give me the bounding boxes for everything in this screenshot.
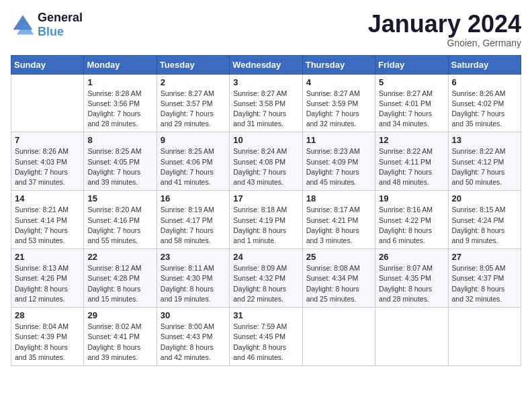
calendar-header: SundayMondayTuesdayWednesdayThursdayFrid… — [11, 55, 521, 74]
day-info: Sunrise: 8:08 AMSunset: 4:34 PMDaylight:… — [306, 263, 371, 304]
day-header-saturday: Saturday — [448, 55, 521, 74]
day-info: Sunrise: 8:07 AMSunset: 4:35 PMDaylight:… — [379, 263, 444, 304]
day-number: 13 — [452, 135, 517, 145]
calendar-cell: 6 Sunrise: 8:26 AMSunset: 4:02 PMDayligh… — [448, 74, 521, 132]
calendar-table: SundayMondayTuesdayWednesdayThursdayFrid… — [11, 55, 521, 366]
day-number: 5 — [379, 77, 444, 87]
day-header-wednesday: Wednesday — [230, 55, 302, 74]
calendar-cell: 25 Sunrise: 8:08 AMSunset: 4:34 PMDaylig… — [302, 249, 375, 308]
calendar-cell: 2 Sunrise: 8:27 AMSunset: 3:57 PMDayligh… — [157, 74, 229, 132]
day-number: 27 — [452, 252, 517, 262]
calendar-cell: 15 Sunrise: 8:20 AMSunset: 4:16 PMDaylig… — [84, 191, 157, 249]
day-number: 2 — [161, 77, 226, 87]
month-title: January 2024 — [368, 11, 521, 38]
day-info: Sunrise: 8:18 AMSunset: 4:19 PMDaylight:… — [233, 205, 298, 246]
day-number: 20 — [452, 193, 517, 203]
day-number: 8 — [87, 135, 152, 145]
day-number: 9 — [161, 135, 226, 145]
day-number: 17 — [233, 193, 298, 203]
calendar-cell — [302, 308, 375, 366]
day-info: Sunrise: 8:15 AMSunset: 4:24 PMDaylight:… — [452, 205, 517, 246]
calendar-cell: 12 Sunrise: 8:22 AMSunset: 4:11 PMDaylig… — [375, 132, 448, 191]
day-number: 3 — [233, 77, 298, 87]
calendar-cell: 3 Sunrise: 8:27 AMSunset: 3:58 PMDayligh… — [230, 74, 302, 132]
calendar-cell: 23 Sunrise: 8:11 AMSunset: 4:30 PMDaylig… — [157, 249, 229, 308]
day-info: Sunrise: 8:09 AMSunset: 4:32 PMDaylight:… — [233, 263, 298, 304]
day-info: Sunrise: 8:05 AMSunset: 4:37 PMDaylight:… — [452, 263, 517, 304]
calendar-week-4: 21 Sunrise: 8:13 AMSunset: 4:26 PMDaylig… — [11, 249, 521, 308]
calendar-cell — [448, 308, 521, 366]
day-info: Sunrise: 8:04 AMSunset: 4:39 PMDaylight:… — [15, 322, 80, 363]
day-info: Sunrise: 7:59 AMSunset: 4:45 PMDaylight:… — [233, 322, 298, 363]
day-info: Sunrise: 8:28 AMSunset: 3:56 PMDaylight:… — [87, 89, 152, 130]
day-number: 23 — [161, 252, 226, 262]
calendar-cell: 4 Sunrise: 8:27 AMSunset: 3:59 PMDayligh… — [302, 74, 375, 132]
day-number: 24 — [233, 252, 298, 262]
calendar-cell: 24 Sunrise: 8:09 AMSunset: 4:32 PMDaylig… — [230, 249, 302, 308]
logo-icon — [11, 13, 35, 37]
calendar-cell: 31 Sunrise: 7:59 AMSunset: 4:45 PMDaylig… — [230, 308, 302, 366]
day-info: Sunrise: 8:21 AMSunset: 4:14 PMDaylight:… — [15, 205, 80, 246]
calendar-cell: 14 Sunrise: 8:21 AMSunset: 4:14 PMDaylig… — [11, 191, 84, 249]
day-info: Sunrise: 8:11 AMSunset: 4:30 PMDaylight:… — [161, 263, 226, 304]
calendar-cell — [375, 308, 448, 366]
day-header-thursday: Thursday — [302, 55, 375, 74]
day-info: Sunrise: 8:26 AMSunset: 4:02 PMDaylight:… — [452, 89, 517, 130]
calendar-cell: 28 Sunrise: 8:04 AMSunset: 4:39 PMDaylig… — [11, 308, 84, 366]
title-block: January 2024 Gnoien, Germany — [368, 11, 521, 48]
calendar-cell: 8 Sunrise: 8:25 AMSunset: 4:05 PMDayligh… — [84, 132, 157, 191]
day-number: 4 — [306, 77, 371, 87]
calendar-cell: 18 Sunrise: 8:17 AMSunset: 4:21 PMDaylig… — [302, 191, 375, 249]
calendar-week-3: 14 Sunrise: 8:21 AMSunset: 4:14 PMDaylig… — [11, 191, 521, 249]
calendar-cell: 20 Sunrise: 8:15 AMSunset: 4:24 PMDaylig… — [448, 191, 521, 249]
day-info: Sunrise: 8:23 AMSunset: 4:09 PMDaylight:… — [306, 146, 371, 187]
day-number: 6 — [452, 77, 517, 87]
logo-text: General Blue — [38, 11, 83, 39]
day-info: Sunrise: 8:17 AMSunset: 4:21 PMDaylight:… — [306, 205, 371, 246]
day-number: 30 — [161, 310, 226, 320]
day-number: 28 — [15, 310, 80, 320]
day-number: 11 — [306, 135, 371, 145]
calendar-cell: 30 Sunrise: 8:00 AMSunset: 4:43 PMDaylig… — [157, 308, 229, 366]
calendar-cell: 11 Sunrise: 8:23 AMSunset: 4:09 PMDaylig… — [302, 132, 375, 191]
day-info: Sunrise: 8:16 AMSunset: 4:22 PMDaylight:… — [379, 205, 444, 246]
calendar-week-2: 7 Sunrise: 8:26 AMSunset: 4:03 PMDayligh… — [11, 132, 521, 191]
day-number: 1 — [87, 77, 152, 87]
calendar-cell: 21 Sunrise: 8:13 AMSunset: 4:26 PMDaylig… — [11, 249, 84, 308]
day-info: Sunrise: 8:25 AMSunset: 4:05 PMDaylight:… — [87, 146, 152, 187]
day-info: Sunrise: 8:27 AMSunset: 3:58 PMDaylight:… — [233, 89, 298, 130]
day-header-monday: Monday — [84, 55, 157, 74]
day-number: 12 — [379, 135, 444, 145]
logo: General Blue — [11, 11, 83, 39]
day-number: 19 — [379, 193, 444, 203]
day-number: 31 — [233, 310, 298, 320]
calendar-cell: 27 Sunrise: 8:05 AMSunset: 4:37 PMDaylig… — [448, 249, 521, 308]
calendar-cell: 29 Sunrise: 8:02 AMSunset: 4:41 PMDaylig… — [84, 308, 157, 366]
day-info: Sunrise: 8:12 AMSunset: 4:28 PMDaylight:… — [87, 263, 152, 304]
calendar-cell — [11, 74, 84, 132]
day-number: 18 — [306, 193, 371, 203]
day-info: Sunrise: 8:13 AMSunset: 4:26 PMDaylight:… — [15, 263, 80, 304]
day-info: Sunrise: 8:02 AMSunset: 4:41 PMDaylight:… — [87, 322, 152, 363]
day-number: 22 — [87, 252, 152, 262]
calendar-cell: 5 Sunrise: 8:27 AMSunset: 4:01 PMDayligh… — [375, 74, 448, 132]
day-header-tuesday: Tuesday — [157, 55, 229, 74]
location-subtitle: Gnoien, Germany — [368, 38, 521, 48]
day-info: Sunrise: 8:22 AMSunset: 4:11 PMDaylight:… — [379, 146, 444, 187]
calendar-cell: 22 Sunrise: 8:12 AMSunset: 4:28 PMDaylig… — [84, 249, 157, 308]
calendar-cell: 17 Sunrise: 8:18 AMSunset: 4:19 PMDaylig… — [230, 191, 302, 249]
calendar-cell: 16 Sunrise: 8:19 AMSunset: 4:17 PMDaylig… — [157, 191, 229, 249]
calendar-cell: 26 Sunrise: 8:07 AMSunset: 4:35 PMDaylig… — [375, 249, 448, 308]
day-number: 26 — [379, 252, 444, 262]
day-info: Sunrise: 8:00 AMSunset: 4:43 PMDaylight:… — [161, 322, 226, 363]
day-number: 15 — [87, 193, 152, 203]
day-header-friday: Friday — [375, 55, 448, 74]
calendar-cell: 9 Sunrise: 8:25 AMSunset: 4:06 PMDayligh… — [157, 132, 229, 191]
day-info: Sunrise: 8:27 AMSunset: 3:57 PMDaylight:… — [161, 89, 226, 130]
day-header-sunday: Sunday — [11, 55, 84, 74]
calendar-week-1: 1 Sunrise: 8:28 AMSunset: 3:56 PMDayligh… — [11, 74, 521, 132]
day-number: 21 — [15, 252, 80, 262]
calendar-body: 1 Sunrise: 8:28 AMSunset: 3:56 PMDayligh… — [11, 74, 521, 365]
day-info: Sunrise: 8:24 AMSunset: 4:08 PMDaylight:… — [233, 146, 298, 187]
day-info: Sunrise: 8:27 AMSunset: 4:01 PMDaylight:… — [379, 89, 444, 130]
